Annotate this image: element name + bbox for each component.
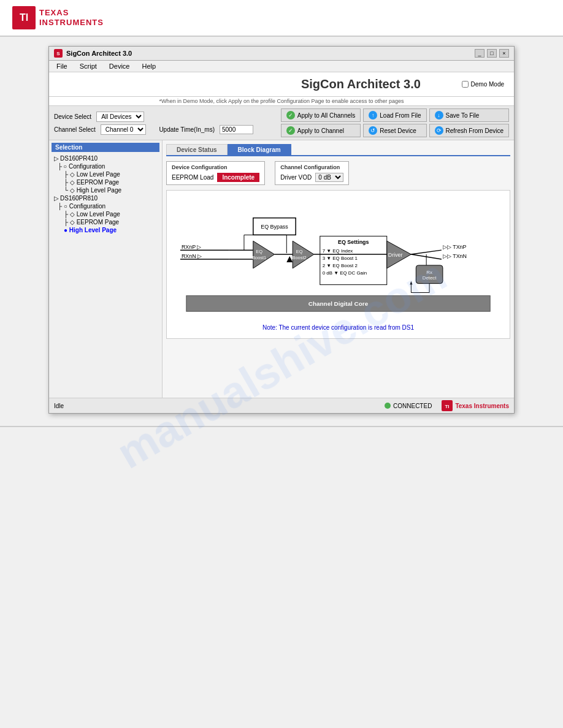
sidebar-item-ds160pr410[interactable]: ▷ DS160PR410 bbox=[52, 154, 159, 162]
save-to-file-label: Save To File bbox=[446, 112, 480, 119]
toolbar-selects: Device Select All Devices Channel Select… bbox=[54, 112, 277, 135]
apply-channel-label: Apply to Channel bbox=[297, 127, 344, 134]
svg-text:Detect: Detect bbox=[423, 275, 437, 281]
sidebar-item-low-level-1[interactable]: ├ ◇ Low Level Page bbox=[52, 170, 159, 178]
driver-vod-label: Driver VOD bbox=[280, 174, 312, 181]
close-button[interactable]: × bbox=[499, 49, 509, 58]
sidebar-item-high-level-1[interactable]: └ ◇ High Level Page bbox=[52, 186, 159, 194]
ti-logo-icon: TI bbox=[12, 6, 36, 29]
idle-label: Idle bbox=[54, 403, 64, 409]
note-text: Note: The current device configuration i… bbox=[174, 324, 502, 331]
device-config-section: Device Configuration EEPROM Load Incompl… bbox=[166, 161, 265, 185]
demo-mode-checkbox[interactable] bbox=[462, 81, 469, 88]
svg-text:TI: TI bbox=[445, 404, 450, 409]
svg-text:EQ Bypass: EQ Bypass bbox=[261, 224, 288, 230]
device-select[interactable]: All Devices bbox=[96, 112, 144, 122]
device-config-title: Device Configuration bbox=[172, 164, 259, 170]
svg-text:3 ▼ EQ Boost 1: 3 ▼ EQ Boost 1 bbox=[323, 256, 358, 261]
main-window: S SigCon Architect 3.0 _ □ × File Script… bbox=[48, 46, 515, 414]
tree-expand-2: ▷ bbox=[54, 195, 59, 202]
svg-text:0 dB ▼ EQ DC Gain: 0 dB ▼ EQ DC Gain bbox=[323, 270, 367, 276]
reset-device-label: Reset Device bbox=[380, 127, 416, 134]
svg-text:TI: TI bbox=[20, 12, 28, 23]
window-controls[interactable]: _ □ × bbox=[475, 49, 509, 58]
apply-all-button[interactable]: ✓ Apply to All Channels bbox=[281, 108, 361, 122]
svg-text:Boost2: Boost2 bbox=[293, 255, 307, 260]
tab-block-diagram[interactable]: Block Diagram bbox=[228, 144, 291, 155]
refresh-icon: ⟳ bbox=[435, 126, 443, 135]
content-area: Selection ▷ DS160PR410 ├ ○ Configuration… bbox=[49, 140, 514, 398]
driver-vod-select[interactable]: 0 dB 1 dB 2 dB -1 dB bbox=[315, 173, 343, 182]
channel-select-row: Channel Select Channel 0 Update Time(In_… bbox=[54, 124, 277, 135]
channel-config-section: Channel Configuration Driver VOD 0 dB 1 … bbox=[275, 161, 349, 185]
ti-header: TI Texas Instruments bbox=[0, 0, 563, 37]
maximize-button[interactable]: □ bbox=[487, 49, 497, 58]
toolbar: Device Select All Devices Channel Select… bbox=[49, 106, 514, 140]
tab-device-status[interactable]: Device Status bbox=[166, 144, 228, 155]
sidebar: Selection ▷ DS160PR410 ├ ○ Configuration… bbox=[49, 140, 163, 398]
device-config-row: EEPROM Load Incomplete bbox=[172, 173, 259, 182]
menu-help[interactable]: Help bbox=[139, 62, 158, 70]
app-header: SigCon Architect 3.0 Demo Mode bbox=[49, 72, 514, 97]
svg-text:Channel Digital Core: Channel Digital Core bbox=[308, 300, 369, 307]
reset-device-button[interactable]: ↺ Reset Device bbox=[363, 124, 426, 137]
svg-text:EQ: EQ bbox=[296, 249, 303, 254]
svg-line-30 bbox=[411, 250, 442, 254]
update-time-label: Update Time(In_ms) bbox=[159, 126, 215, 133]
status-bar: Idle CONNECTED TI Texas Instruments bbox=[49, 398, 514, 413]
update-time-input[interactable] bbox=[220, 125, 253, 134]
load-from-file-button[interactable]: ↑ Load From File bbox=[363, 108, 426, 122]
svg-text:RXnP ▷: RXnP ▷ bbox=[182, 244, 202, 250]
apply-channel-button[interactable]: ✓ Apply to Channel bbox=[281, 124, 361, 137]
save-icon: ↓ bbox=[435, 111, 443, 119]
svg-text:▷▷ TXnN: ▷▷ TXnN bbox=[443, 253, 467, 259]
load-icon: ↑ bbox=[369, 111, 377, 119]
sidebar-item-ds160pr810[interactable]: ▷ DS160PR810 bbox=[52, 194, 159, 202]
menu-script[interactable]: Script bbox=[77, 62, 99, 70]
main-panel: Device Status Block Diagram Device Confi… bbox=[163, 140, 514, 398]
demo-note: *When in Demo Mode, click Apply on the p… bbox=[49, 97, 514, 106]
connected-dot bbox=[385, 403, 391, 409]
refresh-from-device-button[interactable]: ⟳ Refresh From Device bbox=[429, 124, 509, 137]
svg-text:Boost1: Boost1 bbox=[252, 255, 266, 260]
device-select-row: Device Select All Devices bbox=[54, 112, 277, 122]
sidebar-item-config-1[interactable]: ├ ○ Configuration bbox=[52, 162, 159, 170]
window-icon: S bbox=[54, 49, 63, 58]
menu-device[interactable]: Device bbox=[107, 62, 132, 70]
ti-logo-text: Texas Instruments bbox=[39, 8, 104, 27]
tree-dash-1: ├ bbox=[58, 163, 62, 170]
apply-all-label: Apply to All Channels bbox=[297, 112, 356, 119]
svg-text:7 ▼ EQ Index: 7 ▼ EQ Index bbox=[323, 248, 353, 254]
sidebar-item-high-level-2[interactable]: ● High Level Page bbox=[52, 226, 159, 234]
demo-mode-label: Demo Mode bbox=[471, 81, 504, 88]
apply-all-icon: ✓ bbox=[286, 111, 295, 119]
diagram-svg: RXnP ▷ RXnN ▷ EQ Bypass bbox=[174, 198, 502, 320]
device-select-label: Device Select bbox=[54, 113, 91, 120]
channel-select[interactable]: Channel 0 bbox=[101, 124, 146, 135]
svg-text:Driver: Driver bbox=[388, 252, 403, 258]
sidebar-item-config-2[interactable]: ├ ○ Configuration bbox=[52, 202, 159, 210]
svg-text:EQ: EQ bbox=[256, 249, 262, 254]
config-row: Device Configuration EEPROM Load Incompl… bbox=[166, 161, 510, 185]
sidebar-item-eeprom-2[interactable]: ├ ◇ EEPROM Page bbox=[52, 218, 159, 226]
svg-text:Rx: Rx bbox=[426, 270, 432, 275]
refresh-from-device-label: Refresh From Device bbox=[446, 127, 504, 134]
channel-config-row: Driver VOD 0 dB 1 dB 2 dB -1 dB bbox=[280, 173, 343, 182]
sidebar-item-low-level-2[interactable]: ├ ◇ Low Level Page bbox=[52, 210, 159, 218]
window-title-text: SigCon Architect 3.0 bbox=[66, 50, 132, 57]
sidebar-header: Selection bbox=[52, 143, 159, 152]
block-diagram: RXnP ▷ RXnN ▷ EQ Bypass bbox=[166, 190, 510, 339]
sidebar-item-eeprom-1[interactable]: ├ ◇ EEPROM Page bbox=[52, 178, 159, 186]
app-title: SigCon Architect 3.0 bbox=[260, 77, 461, 91]
tab-bar: Device Status Block Diagram bbox=[166, 144, 510, 156]
ti-logo-small: TI Texas Instruments bbox=[442, 400, 509, 411]
window-titlebar: S SigCon Architect 3.0 _ □ × bbox=[49, 47, 514, 61]
load-from-file-label: Load From File bbox=[380, 112, 421, 119]
save-to-file-button[interactable]: ↓ Save To File bbox=[429, 108, 509, 122]
minimize-button[interactable]: _ bbox=[475, 49, 484, 58]
svg-text:▷▷ TXnP: ▷▷ TXnP bbox=[443, 244, 467, 250]
svg-text:2 ▼ EQ Boost 2: 2 ▼ EQ Boost 2 bbox=[323, 263, 358, 268]
apply-channel-icon: ✓ bbox=[286, 126, 295, 135]
menu-file[interactable]: File bbox=[54, 62, 70, 70]
tree-expand-1: ▷ bbox=[54, 155, 59, 162]
